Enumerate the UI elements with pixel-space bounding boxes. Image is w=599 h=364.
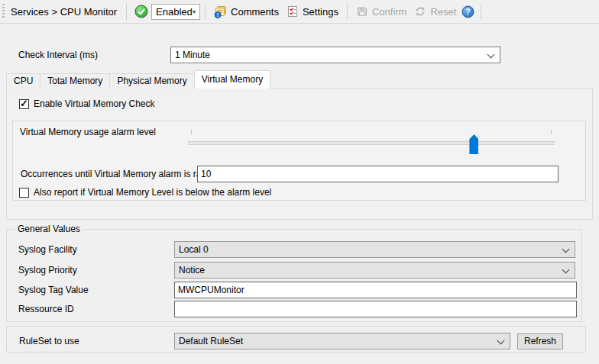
vm-alarm-slider-label: Virtual Memory usage alarm level [20, 124, 156, 140]
toolbar-separator [205, 4, 206, 20]
save-icon [356, 5, 368, 18]
ruleset-label: RuleSet to use [19, 333, 79, 350]
toolbar-separator [347, 4, 348, 20]
vm-alarm-slider[interactable] [188, 128, 555, 156]
confirm-button[interactable]: Confirm [352, 4, 411, 19]
general-values-title: General Values [15, 224, 83, 234]
syslog-facility-label: Syslog Facility [18, 241, 77, 258]
ruleset-value: Default RuleSet [179, 336, 243, 346]
enable-vm-checkbox-label: Enable Virtual Memory Check [34, 98, 155, 109]
toolbar-separator [126, 4, 127, 20]
tab-total-memory[interactable]: Total Memory [40, 73, 110, 89]
settings-button[interactable]: Settings [283, 4, 342, 19]
reset-label: Reset [430, 6, 456, 18]
chevron-down-icon [562, 266, 570, 274]
syslog-priority-label: Syslog Priority [18, 262, 77, 279]
svg-text:?: ? [466, 8, 471, 16]
cpu-monitor-window: Services > CPU Monitor Enabled ▾ [0, 0, 599, 364]
toolbar: Services > CPU Monitor Enabled ▾ [0, 0, 599, 24]
syslog-tag-label: Syslog Tag Value [18, 282, 89, 298]
refresh-button[interactable]: Refresh [517, 333, 563, 350]
vm-alarm-slider-thumb[interactable] [469, 134, 478, 154]
comments-button[interactable]: ! Comments [210, 4, 283, 20]
tab-virtual-memory[interactable]: Virtual Memory [194, 70, 270, 89]
syslog-priority-value: Notice [179, 265, 205, 275]
tab-cpu[interactable]: CPU [6, 73, 40, 89]
chevron-down-icon [487, 51, 495, 59]
slider-tick-left [191, 130, 192, 134]
confirm-label: Confirm [372, 6, 407, 18]
chevron-down-icon: ▾ [193, 8, 196, 15]
occurrences-label: Occurrences until Virtual Memory alarm i… [21, 166, 219, 182]
slider-tick-right [551, 130, 552, 134]
syslog-facility-select[interactable]: Local 0 [174, 241, 575, 258]
breadcrumb: Services > CPU Monitor [11, 6, 117, 18]
below-level-checkbox[interactable]: Also report if Virtual Memory Level is b… [19, 187, 271, 198]
settings-icon [287, 5, 299, 18]
tab-physical-memory[interactable]: Physical Memory [109, 73, 194, 89]
settings-label: Settings [303, 6, 338, 18]
tabstrip: CPU Total Memory Physical Memory Virtual… [6, 70, 270, 89]
reset-button[interactable]: Reset [410, 4, 460, 19]
check-interval-value: 1 Minute [175, 50, 210, 60]
syslog-priority-select[interactable]: Notice [174, 262, 575, 279]
comments-icon: ! [214, 5, 227, 18]
toolbar-separator [481, 4, 481, 20]
enabled-dropdown[interactable]: Enabled ▾ [151, 4, 200, 20]
enable-vm-checkbox[interactable]: Enable Virtual Memory Check [19, 98, 155, 109]
svg-text:!: ! [217, 12, 219, 18]
checkbox-box[interactable] [19, 188, 29, 198]
syslog-facility-value: Local 0 [179, 244, 209, 255]
chevron-down-icon [497, 337, 505, 345]
vm-alarm-slider-track[interactable] [188, 141, 555, 145]
comments-label: Comments [231, 6, 279, 18]
help-icon[interactable]: ? [461, 5, 474, 18]
below-level-checkbox-label: Also report if Virtual Memory Level is b… [34, 187, 271, 198]
checkbox-box[interactable] [19, 99, 29, 109]
syslog-tag-input[interactable] [174, 282, 577, 298]
ressource-id-input[interactable] [174, 301, 577, 317]
ruleset-select[interactable]: Default RuleSet [174, 333, 510, 350]
occurrences-input[interactable] [197, 166, 559, 182]
reset-icon [414, 5, 426, 18]
check-interval-select[interactable]: 1 Minute [170, 47, 500, 63]
ressource-id-label: Ressource ID [18, 301, 74, 317]
enabled-status-icon [134, 5, 148, 18]
chevron-down-icon [562, 246, 570, 253]
check-interval-label: Check Interval (ms) [18, 47, 98, 63]
toolbar-gripper[interactable] [2, 4, 5, 19]
enabled-dropdown-value: Enabled [156, 6, 193, 18]
